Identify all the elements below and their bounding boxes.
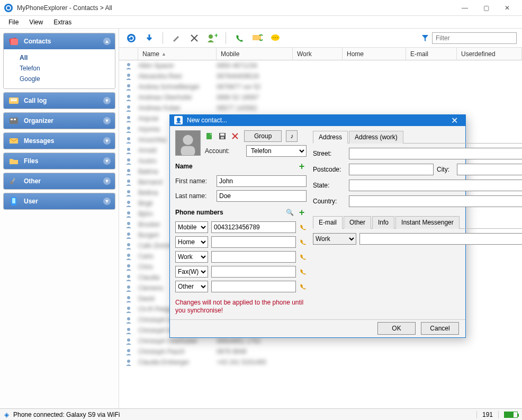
email-type-select[interactable]: Work	[313, 233, 356, 245]
sidebar-head-calllog[interactable]: Call log▼	[4, 93, 115, 109]
country-input[interactable]	[349, 195, 522, 207]
person-icon	[119, 221, 138, 228]
svg-point-35	[127, 211, 130, 215]
person-icon	[119, 73, 138, 80]
save-icon[interactable]	[218, 131, 227, 141]
phone-icon[interactable]	[299, 224, 307, 231]
tab-im[interactable]: Instant Messenger	[395, 216, 460, 229]
table-row[interactable]: Albin Spacer0650 4671234	[119, 60, 522, 71]
search-icon[interactable]: 🔍	[286, 209, 294, 216]
filter-input[interactable]	[432, 32, 517, 44]
person-icon	[119, 210, 138, 218]
col-icon[interactable]	[119, 48, 138, 60]
phone-icon[interactable]	[299, 253, 307, 261]
sidebar-item-telefon[interactable]: Telefon	[20, 63, 111, 74]
add-phone-icon[interactable]: +	[297, 207, 307, 218]
sidebar-head-contacts[interactable]: Contacts ▲	[4, 33, 115, 49]
phone-input[interactable]	[211, 221, 296, 233]
dialog-titlebar[interactable]: 👤 New contact... ✕	[170, 115, 465, 126]
tab-address[interactable]: Address	[313, 131, 348, 144]
col-email[interactable]: E-mail	[406, 48, 457, 60]
group-button[interactable]: Group	[244, 130, 282, 142]
sidebar-head-organizer[interactable]: Organizer▼	[4, 113, 115, 129]
table-row[interactable]: Alexandra Reer067644409016	[119, 71, 522, 82]
svg-point-13	[127, 34, 136, 42]
call-button[interactable]	[232, 31, 246, 45]
phone-input[interactable]	[211, 251, 296, 263]
svg-point-37	[127, 233, 130, 236]
chat-button[interactable]	[268, 31, 282, 45]
tab-info[interactable]: Info	[372, 216, 394, 229]
phone-icon[interactable]	[299, 268, 307, 275]
download-button[interactable]	[142, 31, 156, 45]
col-name[interactable]: Name▲	[138, 48, 217, 60]
postcode-input[interactable]	[349, 164, 434, 175]
svg-point-24	[127, 95, 130, 98]
sidebar-label: Contacts	[24, 38, 51, 45]
sidebar-head-user[interactable]: User▼	[4, 193, 115, 209]
ok-button[interactable]: OK	[377, 322, 416, 335]
phone-type-select[interactable]: Work	[175, 251, 208, 263]
sms-button[interactable]	[250, 31, 264, 45]
city-input[interactable]	[457, 164, 522, 175]
table-row[interactable]: Claudia Emberger+43 241 5201493	[119, 357, 522, 368]
phone-icon[interactable]	[299, 283, 307, 290]
phone-type-select[interactable]: Fax(W)	[175, 266, 208, 278]
svg-point-26	[127, 116, 130, 119]
table-row[interactable]: Andreas Kober06577 143562	[119, 103, 522, 113]
sidebar-head-other[interactable]: Other▼	[4, 173, 115, 189]
cancel-button[interactable]: Cancel	[421, 322, 459, 335]
sidebar-head-messages[interactable]: Messages▼	[4, 133, 115, 149]
phone-input[interactable]	[211, 236, 296, 248]
add-name-icon[interactable]: +	[297, 161, 307, 172]
sidebar-head-files[interactable]: Files▼	[4, 153, 115, 169]
city-label: City:	[437, 166, 454, 173]
dialog-close-icon[interactable]: ✕	[448, 115, 461, 126]
state-input[interactable]	[349, 180, 522, 191]
avatar[interactable]	[175, 130, 201, 156]
person-icon	[119, 94, 138, 101]
menu-file[interactable]: File	[3, 17, 24, 28]
menu-bar: File View Extras	[0, 16, 522, 29]
phone-type-select[interactable]: Mobile	[175, 221, 208, 233]
edit-button[interactable]	[169, 31, 183, 45]
col-mobile[interactable]: Mobile	[217, 48, 293, 60]
organizer-icon	[8, 116, 20, 126]
ringtone-button[interactable]: ♪	[286, 130, 298, 142]
firstname-input[interactable]	[217, 175, 307, 187]
phone-type-select[interactable]: Home	[175, 236, 208, 248]
street-input[interactable]	[349, 148, 522, 159]
email-input[interactable]	[359, 233, 522, 245]
table-row[interactable]: Christoph Pasch0676 8848	[119, 346, 522, 357]
table-row[interactable]: Andreas Oberhofer0690 52 16587	[119, 92, 522, 103]
tab-email[interactable]: E-mail	[313, 216, 343, 229]
phone-icon[interactable]	[299, 238, 307, 246]
delete-icon[interactable]	[230, 131, 240, 141]
phone-input[interactable]	[211, 281, 296, 292]
phone-input[interactable]	[211, 266, 296, 278]
phone-type-select[interactable]: Other	[175, 281, 208, 292]
window-minimize[interactable]: —	[454, 1, 475, 15]
sync-button[interactable]	[124, 31, 138, 45]
sidebar-item-google[interactable]: Google	[20, 74, 111, 84]
menu-view[interactable]: View	[24, 17, 48, 28]
menu-extras[interactable]: Extras	[48, 17, 77, 28]
account-select[interactable]: Telefon	[246, 145, 307, 157]
sidebar-item-all[interactable]: All	[20, 52, 111, 63]
delete-button[interactable]	[187, 31, 201, 45]
col-home[interactable]: Home	[343, 48, 406, 60]
col-work[interactable]: Work	[293, 48, 343, 60]
filter-icon[interactable]	[421, 34, 429, 42]
person-icon	[119, 157, 138, 165]
add-contact-button[interactable]: +	[205, 31, 219, 45]
lastname-input[interactable]	[217, 190, 307, 202]
person-icon	[119, 316, 138, 324]
col-userdefined[interactable]: Userdefined	[457, 48, 522, 60]
window-close[interactable]: ✕	[497, 1, 518, 15]
window-maximize[interactable]: ▢	[475, 1, 497, 15]
new-icon[interactable]	[205, 131, 214, 141]
tab-other[interactable]: Other	[344, 216, 371, 229]
table-row[interactable]: Andrea Schnellberger0676877 vor 52	[119, 82, 522, 92]
svg-point-44	[127, 307, 130, 310]
tab-address-work[interactable]: Address (work)	[349, 131, 403, 144]
